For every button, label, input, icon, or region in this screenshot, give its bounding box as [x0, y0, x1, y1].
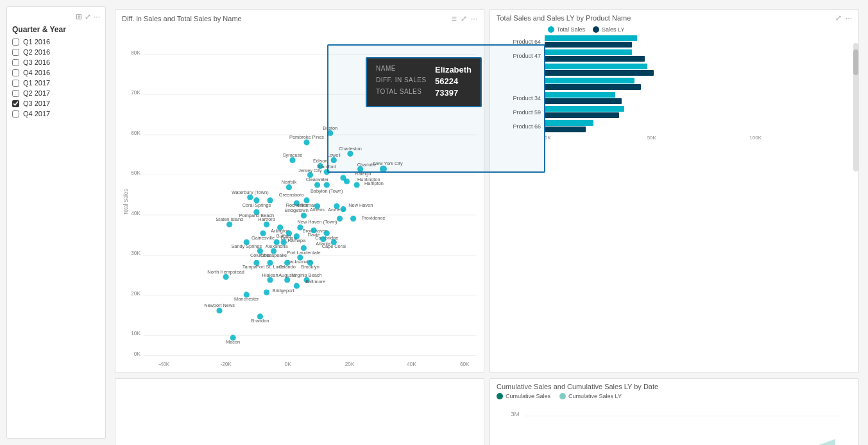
filter-label-3: Q4 2016 — [23, 69, 50, 76]
svg-text:40K: 40K — [407, 362, 416, 367]
ly-bar-4 — [545, 98, 622, 104]
total-bar-1 — [545, 49, 632, 55]
filter-item-3[interactable]: Q4 2016 — [12, 69, 100, 76]
svg-text:Orlando: Orlando — [279, 264, 296, 270]
bars-area-5 — [545, 106, 852, 118]
svg-point-50 — [344, 179, 350, 184]
svg-text:Manchester: Manchester — [234, 296, 259, 302]
cumulative-header: Cumulative Sales and Cumulative Sales LY… — [490, 379, 858, 392]
svg-point-56 — [324, 182, 330, 188]
svg-text:Virginia Beach: Virginia Beach — [291, 272, 321, 278]
legend-total-dot — [548, 26, 554, 33]
svg-text:60K: 60K — [131, 130, 140, 136]
bars-area-2 — [545, 64, 852, 76]
bar-row-3 — [497, 78, 852, 90]
filter-checkbox-1[interactable] — [12, 49, 19, 56]
filter-panel: ⊞ ⤢ ··· Quarter & Year Q1 2016Q2 2016Q3 … — [6, 6, 106, 439]
filter-label-5: Q2 2017 — [23, 89, 50, 97]
scatter-tooltip: NAME Elizabeth DIFF. IN SALES 56224 TOTA… — [366, 57, 482, 107]
svg-text:New Haven: New Haven — [348, 202, 373, 208]
tooltip-name-label: NAME — [376, 65, 427, 74]
filter-title: Quarter & Year — [12, 25, 100, 34]
filter-checkbox-4[interactable] — [12, 80, 19, 87]
svg-text:-20K: -20K — [220, 362, 232, 367]
filter-item-6[interactable]: Q3 2017 — [12, 100, 100, 107]
filter-checkbox-7[interactable] — [12, 110, 19, 118]
cumulative-chart-container: 3M 2M 1M 0M Aug 2017 Sep 2017 — [490, 401, 858, 445]
main-content: Diff. in Sales and Total Sales by Name ≡… — [106, 0, 868, 445]
filter-item-2[interactable]: Q3 2016 — [12, 58, 100, 66]
filter-item-4[interactable]: Q1 2017 — [12, 79, 100, 87]
scatter-header: Diff. in Sales and Total Sales by Name ≡… — [115, 10, 484, 25]
svg-point-76 — [340, 206, 346, 212]
legend-total-sales: Total Sales — [548, 26, 585, 33]
svg-point-64 — [267, 197, 273, 203]
svg-text:0K: 0K — [134, 351, 141, 357]
filter-item-0[interactable]: Q1 2016 — [12, 38, 100, 46]
svg-text:Edison: Edison — [313, 158, 327, 164]
svg-text:Chesapeake: Chesapeake — [260, 252, 287, 258]
bar-row-1: Product 47 — [497, 49, 852, 62]
legend-cumul-ly: Cumulative Sales LY — [559, 393, 622, 399]
svg-point-54 — [314, 182, 320, 188]
svg-text:Babylon (Town): Babylon (Town) — [311, 188, 343, 194]
filter-checkbox-2[interactable] — [12, 59, 19, 66]
svg-text:80K: 80K — [131, 50, 140, 56]
scatter-container: Total Sales 80K 70K 60K 50K 40K 30K 20K … — [115, 25, 484, 367]
bar-scrollbar[interactable] — [853, 43, 858, 171]
svg-text:Tampa: Tampa — [243, 264, 257, 270]
dashboard: ⊞ ⤢ ··· Quarter & Year Q1 2016Q2 2016Q3 … — [0, 0, 868, 445]
ly-bar-5 — [545, 112, 619, 118]
bar-chart-header: Total Sales and Sales LY by Product Name… — [490, 10, 858, 24]
tooltip-total-label: TOTAL SALES — [376, 88, 427, 98]
grid-icon[interactable]: ⊞ — [76, 12, 82, 21]
svg-text:10K: 10K — [131, 331, 140, 336]
svg-text:Pembroke Pines: Pembroke Pines — [289, 134, 324, 140]
filter-checkbox-3[interactable] — [12, 69, 19, 76]
filter-label-4: Q1 2017 — [23, 79, 50, 87]
filter-checkbox-5[interactable] — [12, 90, 19, 97]
more-bar-icon[interactable]: ··· — [846, 13, 852, 22]
lines-icon[interactable]: ≡ — [452, 13, 457, 24]
svg-text:Buffalo: Buffalo — [277, 233, 291, 239]
ly-bar-3 — [545, 84, 641, 90]
tooltip-diff-value: 56224 — [435, 76, 458, 86]
filter-item-5[interactable]: Q2 2017 — [12, 89, 100, 97]
expand-scatter-icon[interactable]: ⤢ — [461, 14, 467, 23]
filter-checkbox-0[interactable] — [12, 39, 19, 46]
svg-text:30K: 30K — [131, 250, 140, 256]
expand-bar-icon[interactable]: ⤢ — [835, 13, 842, 22]
svg-point-82 — [301, 213, 307, 218]
legend-cumul-ly-dot — [559, 393, 566, 399]
bar-scrollbar-thumb[interactable] — [853, 49, 858, 75]
bar-chart-title: Total Sales and Sales LY by Product Name — [497, 14, 631, 22]
ly-bar-6 — [545, 127, 586, 132]
svg-text:Greensboro: Greensboro — [279, 192, 304, 198]
bars-area-0 — [545, 35, 852, 48]
svg-point-78 — [350, 216, 356, 222]
cumulative-panel: Cumulative Sales and Cumulative Sales LY… — [489, 378, 859, 445]
bar-row-6: Product 66 — [497, 120, 852, 132]
svg-text:Providence: Providence — [361, 215, 385, 221]
filter-checkbox-6[interactable] — [12, 100, 19, 107]
more-scatter-icon[interactable]: ··· — [471, 14, 477, 23]
ly-bar-2 — [545, 70, 654, 76]
svg-text:40K: 40K — [131, 211, 140, 216]
filter-item-7[interactable]: Q4 2017 — [12, 110, 100, 118]
filter-item-1[interactable]: Q2 2016 — [12, 48, 100, 56]
cumulative-title: Cumulative Sales and Cumulative Sales LY… — [497, 383, 658, 390]
svg-point-136 — [294, 283, 300, 289]
svg-text:Sandy Springs: Sandy Springs — [231, 243, 262, 249]
svg-text:Hampton: Hampton — [364, 180, 384, 186]
svg-text:Macon: Macon — [226, 339, 240, 345]
filter-panel-header: ⊞ ⤢ ··· — [12, 12, 100, 21]
bar-legend: Total Sales Sales LY — [548, 26, 852, 33]
total-bar-4 — [545, 92, 615, 98]
total-bar-5 — [545, 106, 624, 112]
svg-text:Hartford: Hartford — [258, 216, 275, 222]
expand-icon[interactable]: ⤢ — [85, 12, 91, 21]
svg-point-128 — [223, 274, 229, 280]
cumulative-svg: 3M 2M 1M 0M Aug 2017 Sep 2017 — [490, 401, 858, 445]
svg-point-86 — [264, 222, 269, 227]
more-icon[interactable]: ··· — [94, 12, 100, 21]
